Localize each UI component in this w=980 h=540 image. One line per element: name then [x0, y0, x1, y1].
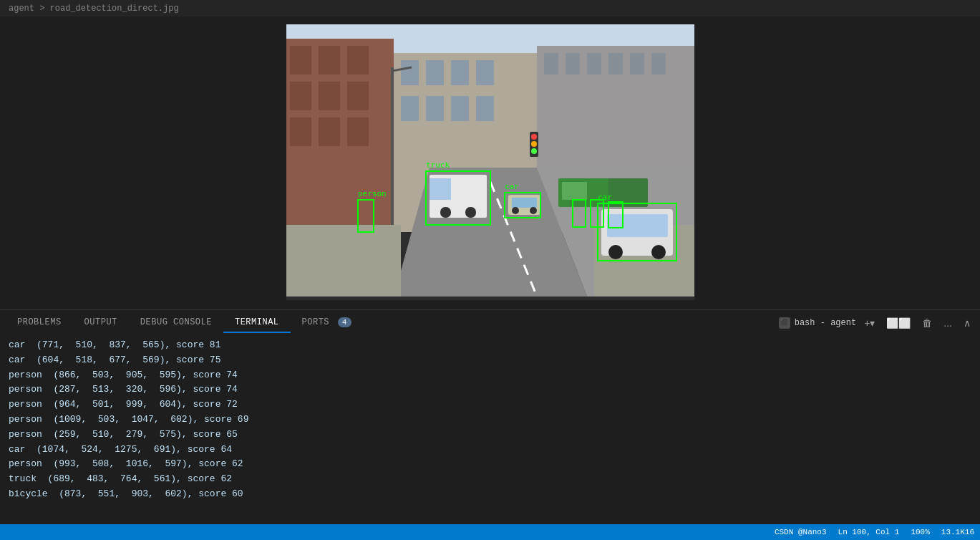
more-actions-button[interactable]: ... [940, 315, 956, 331]
collapse-panel-button[interactable]: ∧ [960, 315, 974, 331]
terminal-line: car (771, 510, 837, 565), score 81 [9, 338, 971, 353]
terminal-label: ⬛ bash - agent [779, 317, 856, 329]
split-terminal-button[interactable]: ⬜⬜ [883, 315, 914, 331]
svg-text:car: car [598, 193, 612, 202]
tab-output[interactable]: OUTPUT [73, 313, 129, 333]
svg-rect-23 [587, 53, 601, 74]
svg-rect-9 [319, 117, 340, 146]
svg-rect-42 [530, 207, 537, 214]
svg-rect-34 [440, 207, 451, 218]
svg-rect-7 [347, 82, 369, 110]
svg-rect-3 [319, 46, 340, 74]
terminal-line: person (1009, 503, 1047, 602), score 69 [9, 413, 971, 428]
svg-text:truck: truck [426, 160, 450, 170]
street-scene-svg: truck car person car [286, 24, 694, 300]
status-size: 13.1K16 [941, 528, 974, 536]
svg-rect-46 [608, 245, 623, 259]
svg-rect-24 [608, 53, 623, 74]
svg-rect-33 [430, 178, 451, 200]
terminal-line: car (604, 518, 677, 569), score 75 [9, 353, 971, 368]
terminal-line: person (287, 513, 320, 596), score 74 [9, 382, 971, 397]
status-zoom: 100% [911, 528, 929, 536]
svg-rect-2 [290, 46, 311, 74]
svg-rect-16 [401, 96, 419, 121]
svg-rect-41 [512, 198, 537, 208]
svg-rect-19 [476, 96, 494, 121]
svg-rect-25 [630, 53, 644, 74]
tab-debug-console[interactable]: DEBUG CONSOLE [129, 313, 223, 333]
terminal-line: person (993, 508, 1016, 597), score 62 [9, 457, 971, 472]
tab-ports[interactable]: PORTS 4 [291, 313, 363, 333]
tabs-left: PROBLEMS OUTPUT DEBUG CONSOLE TERMINAL P… [6, 313, 363, 333]
svg-text:car: car [505, 182, 519, 191]
svg-point-51 [531, 134, 537, 140]
svg-text:person: person [358, 189, 387, 198]
tab-problems[interactable]: PROBLEMS [6, 313, 73, 333]
breadcrumb-text: agent > road_detection_direct.jpg [9, 4, 179, 14]
svg-rect-5 [290, 82, 311, 110]
ports-badge: 4 [338, 317, 351, 327]
svg-rect-35 [465, 207, 476, 218]
svg-rect-26 [651, 53, 666, 74]
breadcrumb: agent > road_detection_direct.jpg [0, 0, 980, 17]
svg-rect-18 [451, 96, 469, 121]
image-container: truck car person car [286, 24, 694, 300]
svg-rect-21 [544, 53, 558, 74]
svg-rect-6 [319, 82, 340, 110]
svg-rect-47 [651, 245, 666, 259]
svg-point-53 [531, 148, 537, 154]
delete-terminal-button[interactable]: 🗑 [918, 315, 936, 331]
terminal-line: person (259, 510, 279, 575), score 65 [9, 428, 971, 443]
svg-rect-14 [451, 60, 469, 85]
svg-rect-30 [286, 225, 401, 296]
terminal-content[interactable]: car (771, 510, 837, 565), score 81car (6… [0, 335, 980, 524]
svg-rect-10 [347, 117, 369, 146]
status-csdn: CSDN @Nano3 [775, 528, 827, 536]
svg-rect-4 [347, 46, 369, 74]
svg-rect-43 [512, 207, 519, 214]
svg-rect-15 [476, 60, 494, 85]
tabs-right: ⬛ bash - agent + ▾ ⬜⬜ 🗑 ... ∧ [779, 315, 974, 331]
svg-rect-45 [607, 214, 668, 237]
add-terminal-button[interactable]: + ▾ [860, 315, 878, 331]
status-position: Ln 100, Col 1 [838, 528, 900, 536]
terminal-line: bicycle (873, 551, 903, 602), score 60 [9, 487, 971, 502]
svg-rect-8 [290, 117, 311, 146]
tab-terminal[interactable]: TERMINAL [223, 313, 291, 333]
panel-tabs: PROBLEMS OUTPUT DEBUG CONSOLE TERMINAL P… [0, 309, 980, 335]
status-bar: CSDN @Nano3 Ln 100, Col 1 100% 13.1K16 [0, 524, 980, 540]
svg-rect-13 [426, 60, 444, 85]
svg-rect-12 [401, 60, 419, 85]
svg-point-52 [531, 141, 537, 147]
image-area: truck car person car [0, 17, 980, 309]
svg-rect-17 [426, 96, 444, 121]
terminal-line: person (964, 501, 999, 604), score 72 [9, 397, 971, 413]
terminal-icon: ⬛ [779, 317, 790, 329]
terminal-line: car (1074, 524, 1275, 691), score 64 [9, 443, 971, 458]
svg-rect-22 [566, 53, 580, 74]
terminal-line: person (866, 503, 905, 595), score 74 [9, 368, 971, 383]
terminal-line: truck (689, 483, 764, 561), score 62 [9, 472, 971, 487]
